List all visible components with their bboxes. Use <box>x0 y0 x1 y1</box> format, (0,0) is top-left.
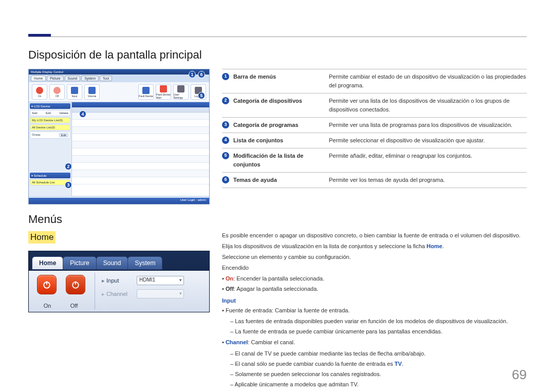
home-description: Es posible encender o apagar un disposit… <box>222 231 527 391</box>
power-on-icon <box>37 275 57 294</box>
hs-tab-sound: Sound <box>96 256 128 270</box>
item-label: Barra de menús <box>233 72 325 81</box>
item-desc: Permite cambiar el estado de un disposit… <box>329 72 527 90</box>
side-actions: AddEditDelete <box>30 110 70 116</box>
tool-fault: Fault Device <box>138 84 154 100</box>
item-row: 1Barra de menúsPermite cambiar el estado… <box>222 69 527 94</box>
mdc-tab-sound: Sound <box>65 76 81 81</box>
item-row: 6Temas de ayudaPermite ver los temas de … <box>222 173 527 188</box>
item-label: Lista de conjuntos <box>233 136 325 145</box>
mdc-tab-tool: Tool <box>100 76 112 81</box>
mdc-sidebar: ▾ LCD Device AddEditDelete My LCD Device… <box>29 102 72 196</box>
mdc-grid <box>72 102 209 196</box>
header-rule <box>28 28 527 37</box>
item-label: Categoría de programas <box>233 121 325 129</box>
btn-off-label: Off <box>62 303 86 309</box>
menus-heading: Menús <box>28 213 527 226</box>
tool-input: Input <box>67 84 82 100</box>
side-alllist: All Device List(0) <box>30 124 70 130</box>
page-title: Disposición de la pantalla principal <box>28 48 527 62</box>
chevron-down-icon: ▾ <box>179 277 182 283</box>
hs-tab-picture: Picture <box>63 256 96 270</box>
home-subheading: Home <box>28 231 55 244</box>
callout-4: 4 <box>79 110 86 118</box>
callout-3: 3 <box>65 181 72 189</box>
mdc-tab-home: Home <box>31 76 46 81</box>
channel-field: Channel ▾ <box>102 289 184 298</box>
item-desc: Permite añadir, editar, eliminar o reagr… <box>329 152 527 160</box>
callout-1: 1 <box>189 71 196 78</box>
item-desc: Permite ver los temas de ayuda del progr… <box>329 176 527 184</box>
hs-tab-system: System <box>127 256 162 270</box>
mdc-statusbar: User Login : admin <box>29 198 209 204</box>
home-screenshot: Home Picture Sound System On <box>28 251 210 312</box>
item-row: 3Categoría de programasPermite ver una l… <box>222 118 527 133</box>
item-desc: Permite ver una lista de los dispositivo… <box>329 97 527 114</box>
item-row: 5Modificación de la lista de conjuntosPe… <box>222 148 527 173</box>
item-desc: Permite seleccionar el dispositivo de vi… <box>329 136 527 145</box>
input-subheading: Input <box>222 296 527 305</box>
side-group: GroupEdit <box>30 132 70 139</box>
btn-on-label: On <box>35 303 60 309</box>
badge-1: 1 <box>222 73 229 80</box>
item-label: Temas de ayuda <box>233 176 325 184</box>
tool-usersettings: User Settings <box>173 84 189 100</box>
side-mylist: My LCD Device List(0) <box>30 117 70 123</box>
badge-5: 5 <box>222 152 229 159</box>
tool-fault-alert: Fault Device Alert <box>156 84 171 100</box>
mdc-tabs: Home Picture Sound System Tool <box>29 74 209 82</box>
tool-volume: Volume <box>84 84 100 100</box>
channel-dropdown: ▾ <box>137 289 184 298</box>
callout-2: 2 <box>65 163 72 170</box>
callout-6: 6 <box>198 71 205 78</box>
badge-6: 6 <box>222 176 229 183</box>
item-desc: Permite ver una lista de programas para … <box>329 121 527 129</box>
badge-3: 3 <box>222 121 229 128</box>
badge-2: 2 <box>222 97 229 104</box>
svg-point-2 <box>72 282 79 288</box>
badge-4: 4 <box>222 137 229 144</box>
item-label: Categoría de dispositivos <box>233 97 325 105</box>
hs-tab-home: Home <box>32 256 63 270</box>
side-header-schedule: ▾ Schedule <box>30 173 70 178</box>
mdc-titlebar: Multiple Display Control <box>29 69 209 74</box>
mdc-tab-picture: Picture <box>47 76 63 81</box>
mdc-toolbar: On Off Input Volume Fault Device Fault D… <box>29 82 209 102</box>
item-row: 2Categoría de dispositivosPermite ver un… <box>222 94 527 118</box>
side-header-lcd: ▾ LCD Device <box>30 103 70 109</box>
chevron-down-icon: ▾ <box>179 291 182 296</box>
items-table: 1Barra de menúsPermite cambiar el estado… <box>222 69 527 188</box>
tool-on: On <box>32 84 47 100</box>
input-field: Input HDMI1▾ <box>102 276 184 285</box>
tool-off: Off <box>49 84 65 100</box>
page-number: 69 <box>512 367 527 383</box>
input-dropdown: HDMI1▾ <box>137 276 184 285</box>
mdc-tab-system: System <box>81 76 99 81</box>
item-label: Modificación de la lista de conjuntos <box>233 152 325 169</box>
power-off-icon <box>66 275 85 294</box>
item-row: 4Lista de conjuntosPermite seleccionar e… <box>222 133 527 148</box>
mdc-screenshot: Multiple Display Control Home Picture So… <box>28 69 210 204</box>
callout-5: 5 <box>198 92 205 99</box>
